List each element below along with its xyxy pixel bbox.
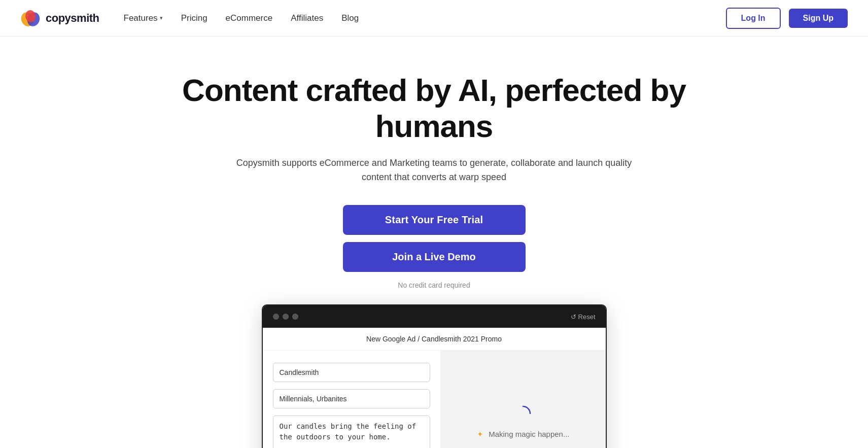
hero-subtitle: Copysmith supports eCommerce and Marketi… [236, 156, 632, 185]
reset-button[interactable]: ↺ Reset [571, 313, 596, 321]
nav-item-features[interactable]: Features ▾ [124, 13, 163, 23]
browser-dot-3 [292, 314, 298, 320]
browser-dot-1 [273, 314, 279, 320]
audience-input[interactable] [273, 389, 431, 408]
navbar-right: Log In Sign Up [726, 8, 848, 29]
no-credit-text: No credit card required [398, 281, 470, 289]
navbar-left: copysmith Features ▾ Pricing eCommerce [20, 8, 359, 28]
app-breadcrumb: New Google Ad / Candlesmith 2021 Promo [263, 328, 606, 351]
browser-dot-2 [283, 314, 289, 320]
app-content: New Google Ad / Candlesmith 2021 Promo f… [263, 328, 606, 448]
affiliates-link[interactable]: Affiliates [291, 13, 323, 23]
nav-item-ecommerce[interactable]: eCommerce [226, 13, 273, 23]
logo-icon [20, 8, 41, 28]
start-trial-button[interactable]: Start Your Free Trial [343, 205, 526, 235]
description-textarea[interactable] [273, 416, 431, 448]
nav-item-blog[interactable]: Blog [341, 13, 359, 23]
app-body: fresh ✕ relaxing ✕ [263, 351, 606, 448]
blog-link[interactable]: Blog [341, 13, 359, 23]
logo-text: copysmith [46, 12, 99, 25]
demo-container: ↺ Reset New Google Ad / Candlesmith 2021… [20, 304, 848, 448]
join-demo-button[interactable]: Join a Live Demo [343, 242, 526, 272]
login-button[interactable]: Log In [726, 8, 781, 29]
magic-text: ✦ Making magic happen... [477, 430, 569, 439]
browser-mockup: ↺ Reset New Google Ad / Candlesmith 2021… [262, 304, 607, 448]
nav-item-pricing[interactable]: Pricing [181, 13, 207, 23]
logo[interactable]: copysmith [20, 8, 99, 28]
browser-bar: ↺ Reset [263, 305, 606, 328]
features-link[interactable]: Features ▾ [124, 13, 163, 23]
loading-spinner [514, 404, 532, 423]
chevron-down-icon: ▾ [160, 15, 163, 21]
signup-button[interactable]: Sign Up [789, 9, 848, 28]
navbar: copysmith Features ▾ Pricing eCommerce [0, 0, 868, 37]
brand-input[interactable] [273, 363, 431, 382]
ecommerce-link[interactable]: eCommerce [226, 13, 273, 23]
app-left-panel: fresh ✕ relaxing ✕ [263, 351, 441, 448]
hero-section: Content crafted by AI, perfected by huma… [0, 37, 868, 448]
hero-buttons: Start Your Free Trial Join a Live Demo [343, 205, 526, 272]
browser-dots [273, 314, 298, 320]
nav-links: Features ▾ Pricing eCommerce Affiliates [124, 13, 359, 23]
app-right-panel: ✦ Making magic happen... [441, 351, 605, 448]
pricing-link[interactable]: Pricing [181, 13, 207, 23]
nav-item-affiliates[interactable]: Affiliates [291, 13, 323, 23]
hero-title: Content crafted by AI, perfected by huma… [155, 72, 713, 145]
star-icon: ✦ [477, 430, 483, 438]
